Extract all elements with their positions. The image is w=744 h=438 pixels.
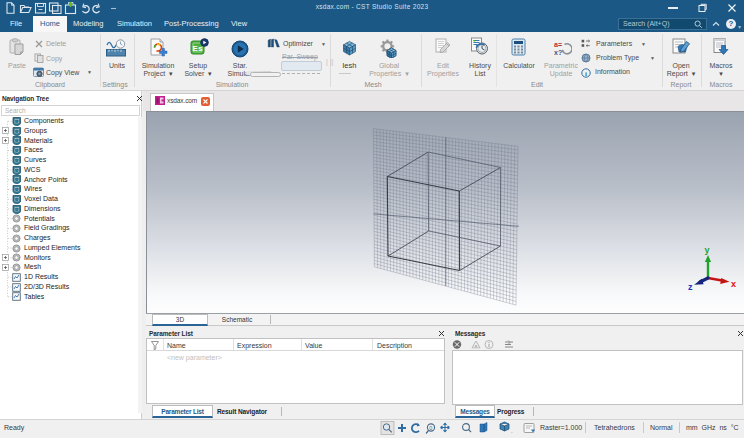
svg-text:0: 0 (429, 425, 432, 431)
svg-text:x: x (731, 279, 736, 289)
svg-text:.: . (511, 428, 513, 434)
svg-text:x?: x? (554, 49, 562, 56)
svg-text:y: y (705, 245, 710, 255)
svg-text:z: z (688, 282, 693, 292)
svg-text:i: i (585, 69, 587, 77)
svg-text:a=: a= (554, 41, 562, 48)
